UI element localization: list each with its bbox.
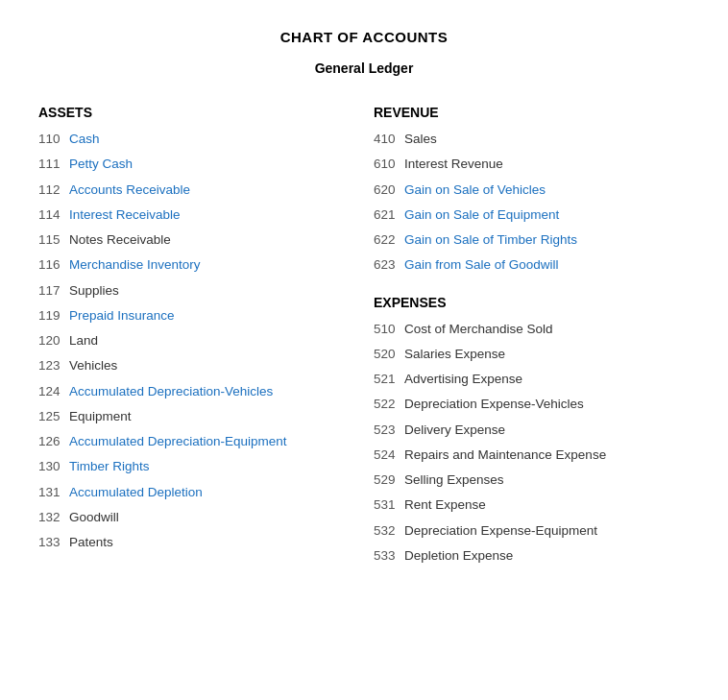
- account-number: 523: [374, 421, 404, 440]
- account-name: Advertising Expense: [404, 370, 522, 389]
- table-row: 533Depletion Expense: [374, 546, 690, 566]
- account-number: 120: [38, 331, 69, 350]
- account-name: Sales: [404, 130, 437, 149]
- table-row: 110Cash: [38, 130, 354, 149]
- account-name: Petty Cash: [69, 155, 133, 174]
- account-name: Cost of Merchandise Sold: [404, 320, 553, 339]
- account-name: Gain on Sale of Vehicles: [404, 181, 546, 200]
- account-number: 133: [38, 533, 69, 552]
- account-number: 116: [38, 255, 69, 275]
- account-number: 112: [38, 181, 69, 200]
- table-row: 126Accumulated Depreciation-Equipment: [38, 432, 354, 451]
- account-number: 119: [38, 306, 69, 326]
- revenue-list: 410Sales610Interest Revenue620Gain on Sa…: [374, 130, 690, 276]
- table-row: 521Advertising Expense: [374, 370, 690, 389]
- account-name: Goodwill: [69, 508, 119, 527]
- assets-header: ASSETS: [38, 105, 354, 120]
- account-number: 520: [374, 345, 404, 364]
- revenue-header: REVENUE: [374, 105, 690, 120]
- expenses-list: 510Cost of Merchandise Sold520Salaries E…: [374, 320, 690, 567]
- account-number: 126: [38, 432, 69, 451]
- account-name: Accumulated Depreciation-Equipment: [69, 432, 287, 451]
- page: CHART OF ACCOUNTS General Ledger ASSETS …: [0, 0, 728, 700]
- account-number: 110: [38, 130, 69, 149]
- account-number: 522: [374, 395, 404, 414]
- table-row: 529Selling Expenses: [374, 471, 690, 490]
- account-name: Repairs and Maintenance Expense: [404, 446, 606, 465]
- account-number: 114: [38, 205, 69, 225]
- account-name: Land: [69, 331, 98, 350]
- account-name: Depreciation Expense-Equipment: [404, 521, 597, 541]
- account-name: Gain from Sale of Goodwill: [404, 255, 559, 275]
- table-row: 621Gain on Sale of Equipment: [374, 205, 690, 225]
- account-name: Cash: [69, 130, 100, 149]
- account-name: Accumulated Depreciation-Vehicles: [69, 382, 273, 401]
- account-name: Timber Rights: [69, 457, 150, 476]
- account-name: Notes Receivable: [69, 230, 171, 250]
- table-row: 117Supplies: [38, 281, 354, 301]
- table-row: 130Timber Rights: [38, 457, 354, 476]
- account-name: Supplies: [69, 281, 119, 301]
- table-row: 111Petty Cash: [38, 155, 354, 174]
- account-number: 131: [38, 483, 69, 502]
- account-name: Depreciation Expense-Vehicles: [404, 395, 584, 414]
- account-name: Interest Revenue: [404, 155, 503, 174]
- account-name: Rent Expense: [404, 495, 486, 515]
- left-column: ASSETS 110Cash111Petty Cash112Accounts R…: [38, 105, 374, 571]
- account-number: 533: [374, 546, 404, 566]
- assets-list: 110Cash111Petty Cash112Accounts Receivab…: [38, 130, 354, 552]
- account-number: 531: [374, 495, 404, 515]
- main-title: CHART OF ACCOUNTS: [38, 29, 690, 45]
- account-number: 610: [374, 155, 404, 174]
- account-number: 510: [374, 320, 404, 339]
- account-number: 532: [374, 521, 404, 541]
- table-row: 112Accounts Receivable: [38, 181, 354, 200]
- account-number: 115: [38, 230, 69, 250]
- account-number: 130: [38, 457, 69, 476]
- account-number: 620: [374, 181, 404, 200]
- table-row: 620Gain on Sale of Vehicles: [374, 181, 690, 200]
- account-name: Vehicles: [69, 356, 117, 375]
- columns-container: ASSETS 110Cash111Petty Cash112Accounts R…: [38, 105, 690, 571]
- account-name: Merchandise Inventory: [69, 255, 201, 275]
- table-row: 119Prepaid Insurance: [38, 306, 354, 326]
- account-number: 529: [374, 471, 404, 490]
- table-row: 531Rent Expense: [374, 495, 690, 515]
- account-number: 622: [374, 230, 404, 250]
- account-number: 124: [38, 382, 69, 401]
- table-row: 623Gain from Sale of Goodwill: [374, 255, 690, 275]
- account-name: Accumulated Depletion: [69, 483, 203, 502]
- table-row: 115Notes Receivable: [38, 230, 354, 250]
- table-row: 523Delivery Expense: [374, 421, 690, 440]
- account-number: 117: [38, 281, 69, 301]
- account-name: Salaries Expense: [404, 345, 505, 364]
- table-row: 410Sales: [374, 130, 690, 149]
- sub-title: General Ledger: [38, 60, 690, 76]
- account-number: 524: [374, 446, 404, 465]
- table-row: 532Depreciation Expense-Equipment: [374, 521, 690, 541]
- table-row: 124Accumulated Depreciation-Vehicles: [38, 382, 354, 401]
- account-number: 623: [374, 255, 404, 275]
- table-row: 125Equipment: [38, 407, 354, 426]
- table-row: 123Vehicles: [38, 356, 354, 375]
- account-name: Accounts Receivable: [69, 181, 190, 200]
- table-row: 622Gain on Sale of Timber Rights: [374, 230, 690, 250]
- account-name: Gain on Sale of Equipment: [404, 205, 559, 225]
- account-name: Patents: [69, 533, 113, 552]
- account-number: 132: [38, 508, 69, 527]
- account-name: Gain on Sale of Timber Rights: [404, 230, 577, 250]
- table-row: 116Merchandise Inventory: [38, 255, 354, 275]
- account-name: Selling Expenses: [404, 471, 504, 490]
- account-number: 123: [38, 356, 69, 375]
- expenses-header: EXPENSES: [374, 295, 690, 310]
- table-row: 610Interest Revenue: [374, 155, 690, 174]
- table-row: 520Salaries Expense: [374, 345, 690, 364]
- table-row: 524Repairs and Maintenance Expense: [374, 446, 690, 465]
- account-number: 521: [374, 370, 404, 389]
- table-row: 131Accumulated Depletion: [38, 483, 354, 502]
- table-row: 133Patents: [38, 533, 354, 552]
- table-row: 510Cost of Merchandise Sold: [374, 320, 690, 339]
- account-name: Equipment: [69, 407, 132, 426]
- table-row: 120Land: [38, 331, 354, 350]
- account-name: Delivery Expense: [404, 421, 505, 440]
